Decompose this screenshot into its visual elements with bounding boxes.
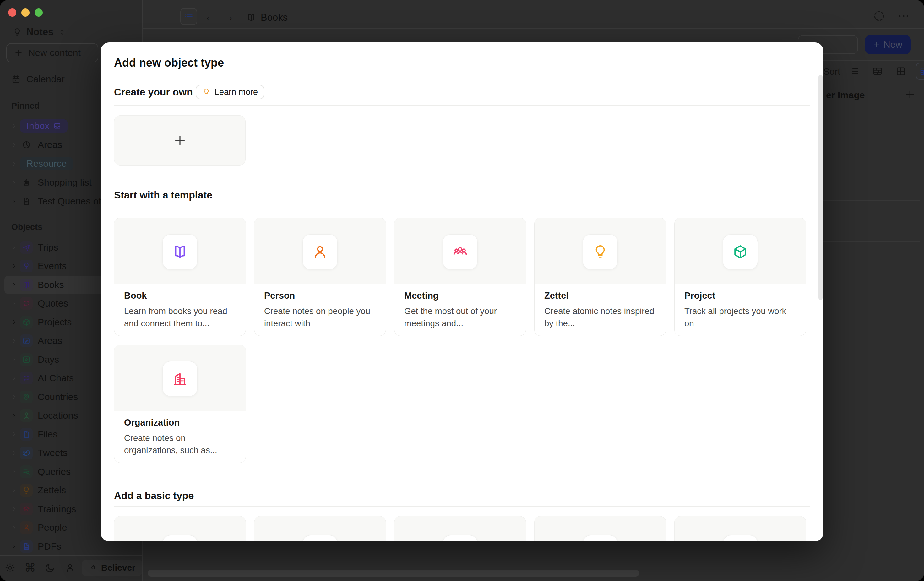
zoom-window-button[interactable]: [35, 8, 43, 17]
lightbulb-icon: [592, 243, 609, 260]
chat-icon: [22, 299, 31, 308]
chevron-right-icon: [11, 413, 17, 419]
icon-tile: [302, 535, 338, 541]
modal-scrollbar[interactable]: [818, 75, 823, 300]
sidebar-item-label: Trainings: [38, 504, 76, 515]
template-card-description: Create notes on people you interact with: [264, 305, 376, 329]
template-card-zettel[interactable]: ZettelCreate atomic notes inspired by th…: [534, 218, 666, 336]
sidebar-item-calendar[interactable]: Calendar: [11, 70, 65, 88]
sync-icon[interactable]: [873, 10, 886, 23]
sidebar-item-label: People: [38, 522, 67, 533]
chevron-right-icon: [11, 244, 17, 251]
space-switcher[interactable]: Notes: [13, 26, 66, 38]
new-object-button[interactable]: + New: [865, 35, 911, 54]
template-card-icon-area: [394, 218, 526, 284]
chevron-right-icon: [11, 123, 17, 129]
learn-more-button[interactable]: Learn more: [196, 85, 264, 99]
horizontal-scrollbar[interactable]: [148, 570, 639, 577]
view-table-button[interactable]: [916, 63, 924, 80]
basic-type-card[interactable]: [394, 516, 526, 541]
template-card-project[interactable]: ProjectTrack all projects you work on: [674, 218, 806, 336]
sidebar-item-label: Days: [38, 354, 59, 365]
column-header-cover-image[interactable]: er Image: [826, 90, 865, 101]
sidebar-item-label: PDFs: [38, 541, 61, 552]
basic-type-card[interactable]: [254, 516, 386, 541]
sidebar-footer-divider: [0, 555, 142, 556]
template-card-description: Create atomic notes inspired by the...: [544, 305, 656, 329]
pencil-square-icon: [22, 336, 31, 345]
template-card-description: Learn from books you read and connect th…: [124, 305, 236, 329]
location-icon: [22, 411, 31, 420]
moon-icon[interactable]: [40, 563, 60, 573]
calendar-icon: [11, 74, 21, 84]
chevron-right-icon: [11, 393, 17, 400]
template-card-description: Get the most out of your meetings and...: [404, 305, 516, 329]
template-card-icon-area: [535, 218, 666, 284]
profile-button[interactable]: Believer: [82, 560, 142, 576]
create-custom-type-card[interactable]: [114, 115, 246, 165]
sort-button[interactable]: Sort: [823, 66, 840, 77]
icon-tile: [162, 234, 198, 269]
chevron-right-icon: [11, 506, 17, 512]
template-card-icon-area: [254, 218, 386, 284]
chevron-up-down-icon: [58, 28, 66, 36]
gear-icon[interactable]: [0, 563, 20, 573]
sidebar-item-label: Countries: [38, 392, 78, 402]
building-icon: [172, 370, 188, 387]
person-icon[interactable]: [60, 563, 80, 573]
close-window-button[interactable]: [8, 8, 16, 17]
sidebar-item-label: Test Queries of: [38, 196, 101, 206]
basic-type-card-row: [114, 516, 814, 541]
file-icon: [22, 430, 31, 439]
new-content-button[interactable]: New content: [6, 43, 98, 63]
template-card-organization[interactable]: OrganizationCreate notes on organization…: [114, 345, 246, 463]
sidebar-item-label: Queries: [38, 466, 71, 477]
template-card-title: Organization: [124, 418, 236, 428]
new-object-label: New: [883, 39, 903, 50]
template-card-person[interactable]: PersonCreate notes on people you interac…: [254, 218, 386, 336]
icon-tile: [442, 234, 478, 269]
sidebar-item-label: AI Chats: [38, 373, 74, 383]
chevron-right-icon: [11, 319, 17, 325]
icon-tile: [582, 234, 618, 269]
add-column-button[interactable]: [904, 89, 916, 101]
minimize-window-button[interactable]: [21, 8, 30, 17]
sidebar-item-label: Shopping list: [38, 177, 92, 188]
template-card-title: Project: [684, 290, 796, 301]
open-book-icon: [246, 13, 256, 23]
view-grid-button[interactable]: [893, 63, 909, 79]
plus-icon: +: [873, 39, 880, 51]
section-divider: [114, 206, 810, 207]
open-book-icon: [172, 243, 188, 260]
sidebar-item-label: Files: [38, 429, 58, 440]
calendar-label: Calendar: [26, 74, 65, 84]
view-switcher: [846, 63, 924, 80]
view-list-button[interactable]: [846, 63, 863, 79]
chevron-right-icon: [11, 281, 17, 288]
icon-tile: [582, 535, 618, 541]
basic-type-card[interactable]: [674, 516, 806, 541]
template-card-meeting[interactable]: MeetingGet the most out of your meetings…: [394, 218, 526, 336]
sidebar-item-label: Areas: [38, 335, 62, 346]
template-card-title: Meeting: [404, 290, 516, 301]
basic-type-card[interactable]: [534, 516, 666, 541]
map-pin-icon: [22, 393, 31, 401]
template-card-title: Person: [264, 290, 376, 301]
basic-type-card[interactable]: [114, 516, 246, 541]
template-card-title: Zettel: [544, 290, 656, 301]
forward-button[interactable]: →: [222, 10, 234, 23]
view-board-button[interactable]: [870, 63, 886, 79]
template-card-book[interactable]: BookLearn from books you read and connec…: [114, 218, 246, 336]
learn-more-label: Learn more: [214, 87, 258, 97]
create-your-own-heading: Create your own: [114, 86, 193, 98]
template-card-description: Create notes on organizations, such as..…: [124, 432, 236, 456]
list-icon: [184, 12, 194, 21]
profile-name: Believer: [101, 563, 135, 573]
sidebar-item-label: Tweets: [38, 447, 68, 458]
more-icon[interactable]: [897, 10, 910, 23]
sidebar-toggle-button[interactable]: [180, 8, 197, 25]
back-button[interactable]: ←: [204, 10, 216, 23]
chevron-right-icon: [11, 338, 17, 344]
template-card-grid: BookLearn from books you read and connec…: [114, 218, 814, 463]
template-card-icon-area: [114, 218, 246, 284]
